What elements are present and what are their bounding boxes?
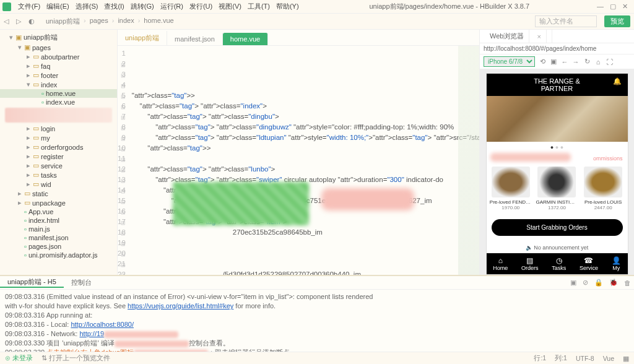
tree-pages[interactable]: ▾▣pages	[0, 43, 117, 52]
tree-dir[interactable]: ▸▭orderforgoods	[0, 142, 117, 152]
tree-dir[interactable]: ▸▭tasks	[0, 170, 117, 180]
status-lang[interactable]: Vue	[603, 355, 614, 362]
breadcrumb-pages[interactable]: pages	[90, 17, 108, 26]
sync-status[interactable]: ⇅ 打开上一个预览文件	[41, 354, 110, 363]
bottom-nav: ⌂Home ▤Orders ◷Tasks ☎Service 👤My	[487, 253, 628, 274]
home-icon[interactable]: ⌂	[594, 58, 602, 66]
screenshot-icon[interactable]: ▣	[550, 58, 557, 66]
redacted-region	[115, 340, 189, 347]
menu-run[interactable]: 运行(R)	[157, 2, 186, 11]
tree-file-index[interactable]: ▫index.vue	[0, 98, 117, 106]
tree-dir[interactable]: ▸▭unpackage	[0, 198, 117, 207]
tree-file[interactable]: ▫uni.promisify.adaptor.js	[0, 251, 117, 259]
code-area[interactable]: "attr">class="tag">> "attr">class="tag">…	[129, 46, 479, 275]
nav-tasks[interactable]: ◷Tasks	[552, 256, 566, 271]
tasks-icon: ◷	[552, 256, 566, 265]
console-panel: uniapp前端 - H5 控制台 ▣ ⊘ 🔒 🐞 🗑 09:08:03.316…	[0, 275, 634, 352]
tree-file-home[interactable]: ▫home.vue	[0, 89, 117, 98]
tab-project[interactable]: uniapp前端	[118, 31, 167, 45]
maximize-icon[interactable]: ▢	[610, 2, 616, 11]
minimap[interactable]	[458, 46, 479, 275]
nav-home[interactable]: ⌂Home	[493, 256, 508, 271]
nav-orders[interactable]: ▤Orders	[521, 256, 539, 271]
back-icon[interactable]: ◁	[4, 17, 12, 26]
console-tab-h5[interactable]: uniapp前端 - H5	[0, 277, 64, 288]
status-line: 行:1	[534, 354, 546, 363]
tree-file[interactable]: ▫pages.json	[0, 242, 117, 251]
menu-edit[interactable]: 编辑(E)	[43, 2, 72, 11]
nav-service[interactable]: ☎Service	[580, 256, 598, 271]
bug-icon[interactable]: 🐞	[606, 279, 621, 287]
login-status[interactable]: ⊙ 未登录	[5, 354, 33, 363]
menu-tools[interactable]: 工具(T)	[245, 2, 273, 11]
tree-root[interactable]: ▾▣uniapp前端	[0, 32, 117, 43]
menu-goto[interactable]: 跳转(G)	[128, 2, 157, 11]
console-output[interactable]: 09:08:03.316 (Emitted value instead of a…	[0, 290, 634, 352]
menu-select[interactable]: 选择(S)	[72, 2, 102, 11]
product-card[interactable]: Pre-loved FENDI ZU…1970.00	[490, 167, 532, 210]
preview-panel: Web浏览器× http://localhost:8080/#/pages/in…	[479, 30, 634, 275]
back-icon[interactable]: ←	[561, 58, 568, 66]
hero-swiper[interactable]	[487, 96, 628, 142]
tree-dir[interactable]: ▸▭footer	[0, 71, 117, 80]
code-editor[interactable]: 1234567891011121314151617181920212223242…	[118, 46, 479, 275]
product-card[interactable]: Pre-loved LOUIS2447.00	[582, 167, 624, 210]
minimize-icon[interactable]: —	[597, 2, 604, 11]
tree-dir[interactable]: ▸▭faq	[0, 61, 117, 71]
breadcrumb-index[interactable]: index	[118, 17, 134, 26]
close-icon[interactable]: ×	[532, 30, 546, 43]
bell-icon[interactable]: 🔔	[613, 77, 622, 85]
product-card[interactable]: GARMIN INSTINCT 2…1372.00	[536, 167, 578, 210]
product-image	[492, 167, 530, 197]
tree-dir[interactable]: ▸▭aboutpartner	[0, 52, 117, 61]
stop-icon[interactable]: ▣	[567, 279, 580, 287]
tree-dir[interactable]: ▸▭login	[0, 124, 117, 133]
tree-dir[interactable]: ▸▭wid	[0, 180, 117, 189]
status-encoding[interactable]: UTF-8	[576, 355, 594, 362]
clear-icon[interactable]: ⊘	[580, 279, 591, 287]
preview-url[interactable]: http://localhost:8080/#/pages/index/home	[480, 43, 634, 54]
menu-publish[interactable]: 发行(U)	[186, 2, 215, 11]
redacted-region	[173, 182, 309, 225]
tree-file[interactable]: ▫App.vue	[0, 207, 117, 216]
grab-orders-button[interactable]: Start Grabbing Orders	[492, 219, 623, 236]
tree-dir[interactable]: ▸▭my	[0, 133, 117, 142]
menu-view[interactable]: 视图(V)	[215, 2, 245, 11]
status-bar: ⊙ 未登录 ⇅ 打开上一个预览文件 行:1 列:1 UTF-8 Vue ▦	[0, 352, 634, 364]
tree-dir[interactable]: ▸▭register	[0, 152, 117, 161]
tree-file[interactable]: ▫index.html	[0, 216, 117, 225]
breadcrumb-file[interactable]: home.vue	[144, 17, 173, 26]
forward-icon[interactable]: →	[572, 58, 580, 66]
breadcrumb-proj[interactable]: uniapp前端	[46, 17, 80, 26]
lock-icon[interactable]: 🔒	[591, 279, 606, 287]
file-search-input[interactable]: 输入文件名	[535, 15, 597, 27]
theme-icon[interactable]: ◐	[28, 17, 37, 26]
close-icon[interactable]: ✕	[622, 2, 628, 11]
forward-icon[interactable]: ▷	[16, 17, 25, 26]
menu-find[interactable]: 查找(I)	[101, 2, 127, 11]
menu-help[interactable]: 帮助(Y)	[273, 2, 302, 11]
line-gutter: 1234567891011121314151617181920212223242…	[118, 46, 129, 275]
home-icon: ⌂	[493, 256, 508, 265]
tree-dir[interactable]: ▸▭service	[0, 161, 117, 170]
menu-file[interactable]: 文件(F)	[15, 2, 43, 11]
tab-manifest[interactable]: manifest.json	[167, 33, 223, 45]
redacted-region	[134, 350, 208, 352]
preview-tab[interactable]: Web浏览器×	[480, 30, 552, 43]
tab-home[interactable]: home.vue	[223, 33, 268, 45]
product-grid: Pre-loved FENDI ZU…1970.00 GARMIN INSTIN…	[487, 164, 628, 213]
tree-file[interactable]: ▫manifest.json	[0, 233, 117, 242]
tree-file[interactable]: ▫main.js	[0, 225, 117, 233]
trash-icon[interactable]: 🗑	[621, 279, 634, 287]
rotate-icon[interactable]: ⟲	[539, 58, 546, 66]
daily-strip: ommissions	[487, 153, 628, 164]
refresh-icon[interactable]: ↻	[583, 58, 591, 66]
nav-my[interactable]: 👤My	[612, 256, 621, 271]
status-grid-icon[interactable]: ▦	[623, 355, 629, 362]
device-select[interactable]: iPhone 6/7/8	[484, 56, 535, 67]
tree-dir-index[interactable]: ▾▭index	[0, 80, 117, 89]
preview-button[interactable]: 预览	[604, 15, 630, 27]
console-tab-log[interactable]: 控制台	[64, 278, 99, 287]
expand-icon[interactable]: ⛶	[606, 58, 613, 66]
tree-dir[interactable]: ▸▭static	[0, 189, 117, 198]
